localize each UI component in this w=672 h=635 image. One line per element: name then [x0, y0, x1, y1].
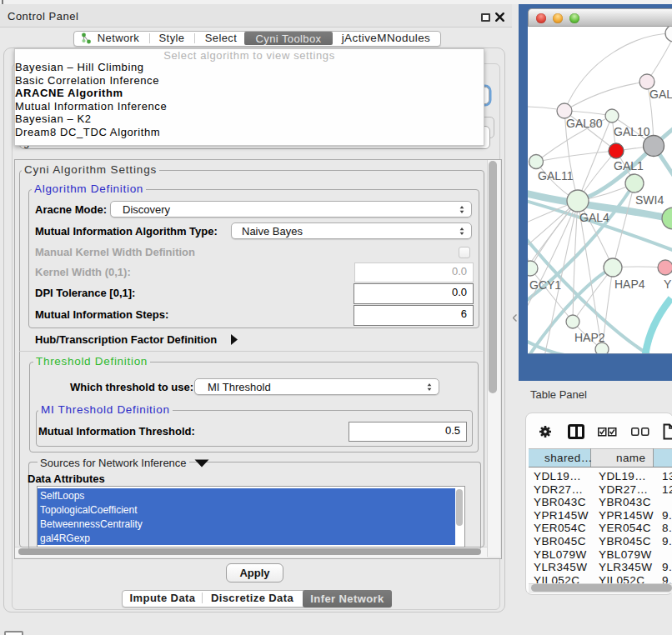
svg-text:GAL11: GAL11	[538, 169, 574, 182]
svg-text:GAL1: GAL1	[614, 159, 644, 172]
svg-text:GCY1: GCY1	[529, 278, 561, 292]
svg-text:HAP2: HAP2	[574, 331, 605, 344]
svg-text:HAP4: HAP4	[614, 278, 645, 291]
svg-text:SWI4: SWI4	[635, 193, 664, 207]
svg-text:GAL7: GAL7	[649, 88, 672, 101]
svg-text:Y: Y	[664, 278, 672, 291]
svg-text:GAL80: GAL80	[566, 117, 603, 130]
svg-text:GAL4: GAL4	[579, 211, 609, 224]
svg-text:GAL10: GAL10	[614, 125, 650, 138]
